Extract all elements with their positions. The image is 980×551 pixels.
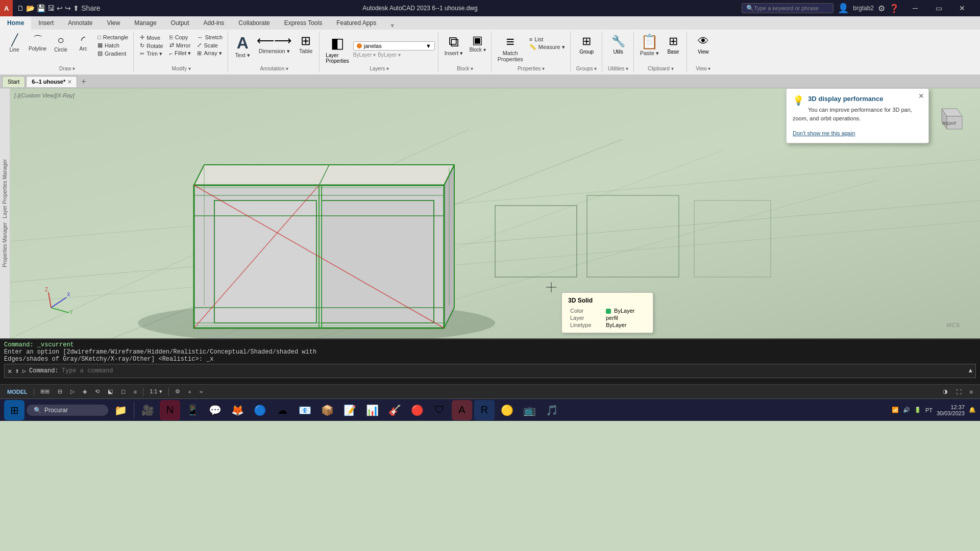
- whatsapp-button[interactable]: 📱: [182, 400, 203, 420]
- mirror-button[interactable]: ⇄ Mirror: [167, 41, 193, 49]
- start-menu-button[interactable]: ⊞: [4, 400, 24, 420]
- dimension-button[interactable]: ⟵⟶ Dimension ▾: [255, 34, 293, 56]
- app2-button[interactable]: 📺: [519, 400, 540, 420]
- tab-annotate[interactable]: Annotate: [61, 16, 100, 30]
- powerpoint-button[interactable]: 🎸: [384, 400, 405, 420]
- match-properties-button[interactable]: ≡ MatchProperties: [496, 34, 525, 63]
- table-button[interactable]: ⊞ Table: [296, 34, 316, 55]
- autocad-button[interactable]: A: [452, 400, 472, 420]
- undo-icon[interactable]: ↩: [57, 4, 63, 12]
- popup-dismiss-link[interactable]: Don't show me this again: [793, 130, 855, 136]
- polar-toggle[interactable]: ◈: [80, 387, 90, 396]
- isolate-objects[interactable]: ◑: [940, 387, 951, 396]
- antivirus-button[interactable]: 🛡: [429, 400, 450, 420]
- layer-manager-tab[interactable]: Layer Properties Manager: [1, 157, 9, 220]
- quick-properties[interactable]: ≈: [197, 388, 206, 396]
- settings-icon[interactable]: ⚙: [878, 4, 885, 13]
- app-logo[interactable]: A: [0, 0, 13, 16]
- netflix-button[interactable]: N: [160, 400, 180, 420]
- list-button[interactable]: ≡ List: [527, 36, 567, 43]
- tab-home[interactable]: Home: [0, 16, 31, 30]
- move-button[interactable]: ✛ Move: [138, 34, 165, 41]
- layer-dropdown[interactable]: janelas ▼: [353, 41, 435, 51]
- command-text-input[interactable]: [62, 367, 966, 374]
- viewport[interactable]: [-](Custom View][X-Ray]: [10, 88, 980, 338]
- more-apps-btn[interactable]: ▼: [385, 21, 399, 30]
- notepad-button[interactable]: 📝: [339, 400, 360, 420]
- excel-button[interactable]: 📊: [362, 400, 382, 420]
- new-tab-button[interactable]: +: [78, 77, 89, 86]
- close-command-button[interactable]: ✕: [8, 367, 12, 375]
- files-button[interactable]: 📦: [317, 400, 337, 420]
- base-button[interactable]: ⊞ Base: [663, 34, 683, 56]
- onedrive-button[interactable]: ☁: [272, 400, 292, 420]
- tab-manage[interactable]: Manage: [127, 16, 163, 30]
- fullscreen-toggle[interactable]: ⛶: [953, 388, 965, 396]
- open-file-icon[interactable]: 📂: [26, 4, 35, 12]
- group-button[interactable]: ⊞ Group: [576, 34, 597, 56]
- hatch-button[interactable]: ▦ Hatch: [95, 41, 130, 49]
- snap-toggle[interactable]: ⊟: [55, 387, 65, 396]
- transparency-toggle[interactable]: ≡: [131, 388, 140, 396]
- text-button[interactable]: A Text ▾: [232, 34, 253, 60]
- command-input-row[interactable]: ✕ ⬆ ▷ Command: ▲: [4, 364, 976, 378]
- keyword-search[interactable]: 🔍 Type a keyword or phrase: [742, 3, 834, 13]
- circle-button[interactable]: ○ Circle: [51, 34, 71, 54]
- revit-button[interactable]: R: [474, 400, 495, 420]
- notification-button[interactable]: 🔔: [969, 407, 976, 413]
- insert-button[interactable]: ⧉ Insert ▾: [443, 34, 465, 58]
- paste-button[interactable]: 📋 Paste ▾: [638, 34, 661, 58]
- fillet-button[interactable]: ⌐ Fillet ▾: [167, 49, 193, 57]
- layer-properties-button[interactable]: ◧ LayerProperties: [324, 34, 351, 65]
- app1-button[interactable]: 🟡: [497, 400, 517, 420]
- copy-button[interactable]: ⎘ Copy: [167, 34, 193, 41]
- app3-button[interactable]: 🎵: [542, 400, 562, 420]
- restore-button[interactable]: ▭: [927, 0, 950, 16]
- otrack-toggle[interactable]: ⬕: [105, 387, 116, 396]
- tab-featured[interactable]: Featured Apps: [329, 16, 383, 30]
- scale-button[interactable]: ⤢ Scale: [195, 41, 225, 49]
- close-button[interactable]: ✕: [950, 0, 974, 16]
- tab-collaborate[interactable]: Collaborate: [231, 16, 277, 30]
- block-button[interactable]: ▣ Block ▾: [467, 34, 487, 54]
- utilities-button[interactable]: 🔧 Utils: [608, 34, 628, 56]
- webcam-button[interactable]: 🎥: [137, 400, 158, 420]
- save-as-icon[interactable]: 🖫: [47, 4, 55, 12]
- discord-button[interactable]: 💬: [205, 400, 225, 420]
- rectangle-button[interactable]: □ Rectangle: [95, 34, 130, 41]
- tab-start[interactable]: Start: [2, 76, 25, 87]
- ortho-toggle[interactable]: ▷: [67, 387, 78, 396]
- popup-close-button[interactable]: ✕: [918, 92, 924, 100]
- tab-view[interactable]: View: [100, 16, 127, 30]
- array-button[interactable]: ⊞ Array ▾: [195, 49, 225, 57]
- properties-toggle[interactable]: +: [185, 388, 194, 396]
- osnap-toggle[interactable]: ⟲: [92, 387, 103, 396]
- stretch-button[interactable]: ↔ Stretch: [195, 34, 225, 41]
- measure-button[interactable]: 📏 Measure ▾: [527, 43, 567, 51]
- new-file-icon[interactable]: 🗋: [17, 4, 24, 12]
- minimize-button[interactable]: ─: [903, 0, 927, 16]
- model-space-button[interactable]: MODEL: [4, 388, 31, 396]
- tab-addins[interactable]: Add-ins: [197, 16, 232, 30]
- reaper-button[interactable]: 🔴: [407, 400, 427, 420]
- tab-insert[interactable]: Insert: [31, 16, 61, 30]
- lineweight-toggle[interactable]: ◻: [118, 387, 129, 396]
- line-button[interactable]: ╱ Line: [4, 34, 24, 54]
- save-icon[interactable]: 💾: [37, 4, 45, 12]
- gradient-button[interactable]: ▨ Gradient: [95, 49, 130, 57]
- annotation-scale[interactable]: 1:1 ▾: [146, 387, 165, 396]
- tab-uhouse[interactable]: 6--1 uhouse* ✕: [26, 76, 77, 87]
- mail-button[interactable]: 📧: [295, 400, 315, 420]
- tab-express[interactable]: Express Tools: [277, 16, 329, 30]
- expand-command-button[interactable]: ⬆: [15, 367, 19, 375]
- redo-icon[interactable]: ↪: [65, 4, 71, 12]
- share-icon[interactable]: ⬆ Share: [73, 4, 100, 12]
- workspace-settings[interactable]: ⚙: [172, 387, 183, 396]
- clock[interactable]: 12:37 30/03/2023: [937, 404, 965, 416]
- trim-button[interactable]: ✂ Trim ▾: [138, 50, 165, 58]
- tab-close-button[interactable]: ✕: [67, 79, 71, 85]
- help-icon[interactable]: ❓: [889, 4, 899, 13]
- taskbar-search[interactable]: 🔍 Procurar: [27, 405, 108, 416]
- edge-button[interactable]: 🔵: [250, 400, 270, 420]
- customization-btn[interactable]: ≡: [967, 388, 976, 396]
